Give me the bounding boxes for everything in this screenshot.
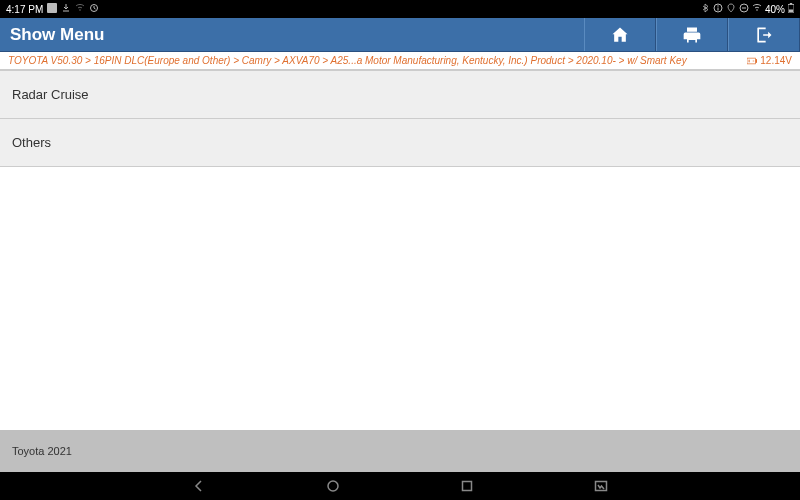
nav-back-button[interactable] — [192, 479, 206, 493]
info-icon — [713, 3, 723, 15]
exit-button[interactable] — [728, 18, 800, 51]
wifi-icon — [752, 3, 762, 15]
nav-screenshot-button[interactable] — [594, 479, 608, 493]
menu-list: Radar Cruise Others — [0, 70, 800, 430]
menu-item-radar-cruise[interactable]: Radar Cruise — [0, 70, 800, 119]
image-icon — [47, 3, 57, 15]
wifi-off-icon — [75, 3, 85, 15]
battery-percent: 40% — [765, 4, 785, 15]
footer-text: Toyota 2021 — [12, 445, 72, 457]
footer-bar: Toyota 2021 — [0, 430, 800, 472]
svg-rect-13 — [756, 59, 757, 62]
nav-home-button[interactable] — [326, 479, 340, 493]
voltage-indicator: 12.14V — [747, 55, 792, 66]
svg-rect-0 — [47, 3, 57, 13]
battery-icon — [788, 3, 794, 15]
svg-point-17 — [328, 481, 338, 491]
title-actions — [584, 18, 800, 51]
breadcrumb: TOYOTA V50.30 > 16PIN DLC(Europe and Oth… — [8, 55, 741, 66]
battery-small-icon — [747, 57, 757, 65]
print-button[interactable] — [656, 18, 728, 51]
dnd-icon — [739, 3, 749, 15]
status-left: 4:17 PM — [6, 3, 99, 15]
voltage-value: 12.14V — [760, 55, 792, 66]
title-bar: Show Menu — [0, 18, 800, 52]
location-icon — [726, 3, 736, 15]
svg-rect-12 — [747, 58, 756, 64]
breadcrumb-bar: TOYOTA V50.30 > 16PIN DLC(Europe and Oth… — [0, 52, 800, 70]
page-title: Show Menu — [0, 25, 104, 45]
menu-item-label: Radar Cruise — [12, 87, 89, 102]
android-nav-bar — [0, 472, 800, 500]
sync-icon — [89, 3, 99, 15]
svg-point-8 — [756, 9, 758, 11]
svg-rect-5 — [717, 8, 718, 11]
download-icon — [61, 3, 71, 15]
svg-rect-11 — [789, 10, 793, 13]
menu-item-others[interactable]: Others — [0, 119, 800, 167]
nav-recent-button[interactable] — [460, 479, 474, 493]
svg-rect-18 — [463, 482, 472, 491]
menu-item-label: Others — [12, 135, 51, 150]
status-bar: 4:17 PM 40% — [0, 0, 800, 18]
svg-point-4 — [717, 5, 718, 6]
svg-point-1 — [79, 9, 81, 11]
status-right: 40% — [700, 3, 794, 15]
bluetooth-icon — [700, 3, 710, 15]
home-button[interactable] — [584, 18, 656, 51]
svg-rect-10 — [790, 3, 792, 5]
status-time: 4:17 PM — [6, 4, 43, 15]
